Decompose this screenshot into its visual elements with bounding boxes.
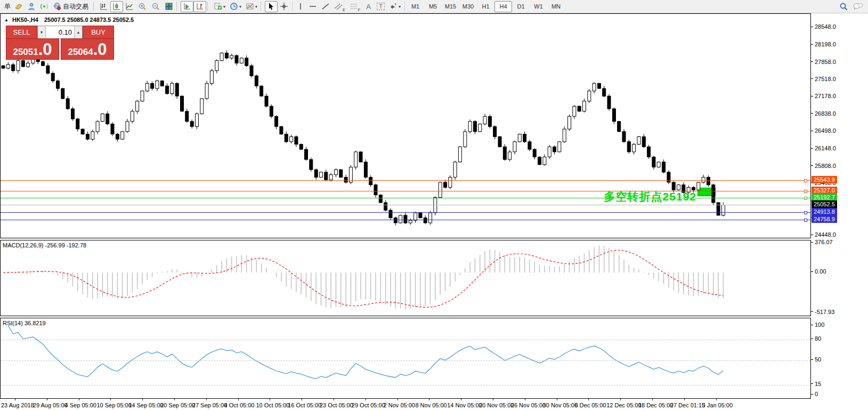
price-axis[interactable]: 28548.028198.027858.027518.027178.026838…: [811, 13, 868, 399]
time-tick: [493, 399, 493, 400]
rsi-level-line: [1, 360, 810, 361]
signals-icon[interactable]: [38, 1, 51, 12]
globe-icon: [53, 2, 61, 11]
zoom-out-button[interactable]: [149, 1, 163, 12]
fibonacci-button[interactable]: F: [347, 1, 362, 12]
price-tick: 26148.0: [811, 145, 836, 151]
rsi-tick: 0: [811, 391, 818, 397]
history-center-icon[interactable]: [12, 1, 25, 12]
rsi-series: [1, 318, 810, 398]
rsi-tick: 80: [811, 335, 821, 342]
zoom-out-icon: [151, 2, 160, 11]
collapse-triangle-icon[interactable]: ▲: [4, 18, 9, 22]
candlestick-chart-button[interactable]: [110, 1, 123, 12]
line-handle[interactable]: [804, 190, 807, 193]
time-label: 6 Dec 05:00: [574, 402, 606, 408]
search-button[interactable]: [837, 1, 850, 12]
timeframe-button-m5[interactable]: M5: [424, 1, 442, 12]
symbol-timeframe: HK50-,H4: [12, 17, 38, 23]
new-order-label[interactable]: 单: [4, 2, 11, 11]
zoom-in-button[interactable]: [136, 1, 149, 12]
horizontal-level-line[interactable]: [1, 220, 810, 220]
time-tick: [142, 399, 143, 400]
line-handle[interactable]: [804, 211, 807, 214]
trendline-button[interactable]: [319, 1, 332, 12]
rsi-tick: 100: [811, 321, 824, 328]
chart-title: ▲ HK50-,H4 25007.5 25085.0 24873.5 25052…: [4, 17, 134, 23]
horizontal-level-line[interactable]: [1, 180, 810, 181]
auto-scroll-button[interactable]: [181, 1, 193, 12]
accounts-icon[interactable]: [25, 1, 38, 12]
line-handle[interactable]: [804, 197, 807, 200]
time-tick: [652, 399, 653, 400]
bar-chart-button[interactable]: [98, 1, 110, 12]
time-tick: [716, 399, 717, 400]
time-tick: [47, 399, 47, 400]
price-tick: 27858.0: [811, 59, 836, 65]
auto-scroll-icon: [183, 2, 191, 11]
periods-button[interactable]: ▾: [228, 1, 244, 12]
horizontal-level-line[interactable]: [1, 212, 810, 213]
chat-button[interactable]: [850, 1, 865, 12]
text-button[interactable]: A: [362, 1, 375, 12]
person-icon: [27, 2, 36, 11]
candlestick-series[interactable]: [1, 14, 810, 238]
time-tick: [270, 399, 270, 400]
timeframe-button-h1[interactable]: H1: [477, 1, 494, 12]
autotrade-button[interactable]: 自动交易: [51, 1, 92, 12]
buy-price[interactable]: 25064.0: [61, 38, 114, 60]
macd-panel[interactable]: MACD(12,26,9) -256.99 -192.78: [0, 240, 811, 316]
timeframe-button-m30[interactable]: M30: [459, 1, 477, 12]
sell-price[interactable]: 25051.0: [6, 38, 59, 60]
time-tick: [79, 399, 79, 400]
zoom-in-icon: [138, 2, 147, 11]
text-label-button[interactable]: T: [375, 1, 387, 12]
sell-button[interactable]: SELL: [6, 26, 37, 39]
time-label: 23 Oct 05:00: [320, 402, 353, 408]
timeframe-button-mn[interactable]: MN: [547, 1, 565, 12]
candlestick-icon: [112, 2, 121, 11]
price-badge: 25192.7: [812, 194, 837, 201]
line-handle[interactable]: [804, 179, 807, 182]
arrows-button[interactable]: ▾: [387, 1, 403, 12]
cursor-button[interactable]: [265, 1, 278, 12]
horizontal-line-button[interactable]: [306, 1, 319, 12]
volume-input[interactable]: [46, 26, 74, 38]
line-chart-button[interactable]: [123, 1, 136, 12]
rsi-panel[interactable]: RSI(14) 36.8219: [0, 318, 811, 399]
line-handle[interactable]: [804, 219, 807, 222]
time-label: 10 Sep 05:00: [96, 402, 131, 408]
price-badge: 24913.8: [812, 208, 837, 215]
timeframe-button-d1[interactable]: D1: [512, 1, 530, 12]
tile-windows-button[interactable]: [163, 1, 175, 12]
timeframe-button-m1[interactable]: M1: [407, 1, 424, 12]
macd-tick: -517.93: [811, 309, 834, 315]
time-tick: [684, 399, 685, 400]
chart-shift-button[interactable]: [193, 1, 206, 12]
main-chart[interactable]: ▲ HK50-,H4 25007.5 25085.0 24873.5 25052…: [0, 13, 811, 238]
timeframe-button-h4[interactable]: H4: [494, 1, 512, 12]
book-icon: [14, 2, 23, 11]
timeframe-button-m15[interactable]: M15: [442, 1, 459, 12]
time-label: 20 Sep 05:00: [160, 402, 195, 408]
vertical-line-button[interactable]: [294, 1, 306, 12]
price-tick: 27178.0: [811, 93, 836, 99]
current-price-line[interactable]: [1, 205, 810, 205]
time-tick: [302, 399, 302, 400]
templates-button[interactable]: ▾: [244, 1, 259, 12]
time-label: 27 Dec 01:15: [670, 402, 705, 408]
time-axis[interactable]: 23 Aug 201829 Aug 05:004 Sep 05:0010 Sep…: [0, 399, 811, 410]
volume-decrease-button[interactable]: ▼: [38, 26, 46, 38]
timeframe-button-w1[interactable]: W1: [530, 1, 547, 12]
time-tick: [15, 399, 15, 400]
time-label: 14 Nov 05:00: [447, 402, 482, 408]
time-tick: [398, 399, 398, 400]
indicators-button[interactable]: ▾: [212, 1, 228, 12]
equidistant-channel-button[interactable]: E: [332, 1, 347, 12]
pivot-annotation[interactable]: 多空转折点25192: [604, 189, 696, 204]
crosshair-button[interactable]: [278, 1, 290, 12]
volume-increase-button[interactable]: ▲: [74, 26, 82, 38]
buy-button[interactable]: BUY: [83, 26, 114, 39]
time-tick: [557, 399, 557, 400]
time-label: 8 Nov 05:00: [415, 402, 447, 408]
